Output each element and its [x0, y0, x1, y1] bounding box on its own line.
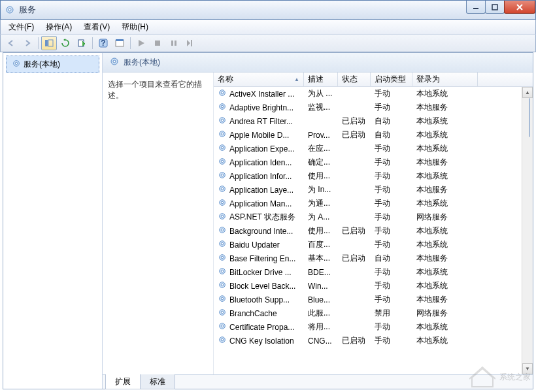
menu-file[interactable]: 文件(F)	[3, 20, 39, 34]
service-row[interactable]: Application Man...为通...手动本地系统	[214, 197, 522, 210]
sort-asc-icon: ▲	[294, 76, 299, 82]
gear-icon	[218, 212, 227, 223]
service-logon-cell: 本地服务	[412, 182, 478, 197]
column-header-name[interactable]: 名称▲	[214, 73, 304, 86]
tree-node-services-local[interactable]: 服务(本地)	[6, 56, 99, 73]
maximize-button[interactable]	[485, 1, 505, 14]
console-tree[interactable]: 服务(本地)	[3, 53, 103, 389]
service-row[interactable]: BranchCache此服...禁用网络服务	[214, 306, 522, 320]
column-header-startup[interactable]: 启动类型	[371, 73, 412, 86]
service-startup-cell: 手动	[371, 210, 412, 225]
tab-standard[interactable]: 标准	[140, 374, 175, 389]
minimize-button[interactable]	[466, 1, 486, 14]
title-bar: 服务	[0, 0, 536, 20]
svg-point-24	[221, 105, 224, 108]
service-row[interactable]: Base Filtering En...基本...已启动自动本地服务	[214, 252, 522, 265]
service-row[interactable]: Andrea RT Filter...已启动自动本地系统	[214, 114, 522, 128]
svg-point-48	[221, 270, 224, 272]
service-name: ASP.NET 状态服务	[229, 212, 295, 223]
service-name-cell: Application Expe...	[214, 141, 304, 156]
service-row[interactable]: Block Level Back...Win...手动本地系统	[214, 279, 522, 293]
service-row[interactable]: Application Expe...在应...手动本地系统	[214, 142, 522, 155]
close-button[interactable]	[504, 1, 535, 14]
scroll-down-button[interactable]: ▼	[522, 363, 533, 374]
svg-point-58	[221, 338, 224, 341]
menu-action[interactable]: 操作(A)	[41, 20, 77, 34]
service-row[interactable]: Application Iden...确定...手动本地服务	[214, 155, 522, 169]
menu-view[interactable]: 查看(V)	[78, 20, 115, 34]
description-prompt: 选择一个项目来查看它的描述。	[108, 79, 208, 101]
show-hide-tree-button[interactable]	[41, 36, 57, 50]
refresh-button[interactable]	[58, 36, 73, 50]
menu-help[interactable]: 帮助(H)	[116, 20, 154, 34]
service-logon-cell: 网络服务	[412, 306, 478, 321]
toolbar-separator	[130, 37, 131, 49]
service-row[interactable]: Certificate Propa...将用...手动本地系统	[214, 320, 522, 334]
service-desc-cell: 为从 ...	[304, 87, 338, 101]
gear-icon	[218, 157, 227, 168]
service-row[interactable]: Baidu Updater百度...手动本地系统	[214, 238, 522, 252]
service-logon-cell: 本地系统	[412, 237, 478, 252]
svg-point-56	[221, 325, 224, 327]
scroll-thumb[interactable]	[529, 98, 530, 137]
service-row[interactable]: BitLocker Drive ...BDE...手动本地系统	[214, 265, 522, 279]
svg-rect-15	[175, 41, 176, 46]
service-name: BitLocker Drive ...	[229, 268, 292, 277]
service-row[interactable]: Application Infor...使用...手动本地系统	[214, 169, 522, 183]
vertical-scrollbar[interactable]: ▲ ▼	[522, 87, 533, 374]
pause-service-button[interactable]	[166, 36, 182, 50]
service-name-cell: BranchCache	[214, 306, 304, 321]
column-header-description[interactable]: 描述	[304, 73, 338, 86]
forward-button[interactable]	[20, 36, 35, 50]
service-startup-cell: 自动	[371, 114, 412, 129]
svg-rect-6	[45, 40, 48, 46]
back-button[interactable]	[3, 36, 19, 50]
stop-service-button[interactable]	[150, 36, 165, 50]
service-name: Application Infor...	[229, 172, 292, 181]
service-row[interactable]: Application Laye...为 In...手动本地服务	[214, 183, 522, 197]
svg-rect-13	[155, 41, 160, 46]
service-row[interactable]: Adaptive Brightn...监视...手动本地服务	[214, 101, 522, 114]
service-row[interactable]: Bluetooth Supp...Blue...手动本地服务	[214, 293, 522, 306]
gear-icon	[218, 88, 227, 99]
scroll-up-button[interactable]: ▲	[522, 87, 533, 98]
window-title: 服务	[19, 4, 36, 16]
service-name-cell: Baidu Updater	[214, 237, 304, 252]
service-logon-cell: 本地服务	[412, 100, 478, 115]
service-name-cell: ActiveX Installer ...	[214, 87, 304, 101]
service-status-cell	[338, 270, 371, 274]
list-rows[interactable]: ActiveX Installer ...为从 ...手动本地系统Adaptiv…	[214, 87, 522, 374]
column-header-logon[interactable]: 登录为	[412, 73, 478, 86]
svg-point-22	[221, 91, 224, 94]
service-name: BranchCache	[229, 309, 277, 318]
service-desc-cell: 确定...	[304, 155, 338, 170]
start-service-button[interactable]	[133, 36, 149, 50]
properties-button[interactable]	[112, 36, 127, 50]
service-startup-cell: 自动	[371, 127, 412, 142]
service-name: Adaptive Brightn...	[229, 103, 293, 112]
service-status-cell	[338, 161, 371, 165]
service-desc-cell: 将用...	[304, 319, 338, 335]
column-header-status[interactable]: 状态	[338, 73, 371, 86]
export-list-button[interactable]	[74, 36, 90, 50]
service-logon-cell: 本地系统	[412, 333, 478, 348]
service-row[interactable]: Apple Mobile D...Prov...已启动自动本地系统	[214, 128, 522, 142]
help-button[interactable]: ?	[95, 36, 111, 50]
service-name-cell: Adaptive Brightn...	[214, 100, 304, 115]
service-row[interactable]: ActiveX Installer ...为从 ...手动本地系统	[214, 87, 522, 101]
toolbar: ?	[0, 34, 536, 52]
service-status-cell	[338, 216, 371, 220]
svg-point-26	[221, 119, 224, 122]
service-status-cell	[338, 284, 371, 288]
service-name-cell: Application Infor...	[214, 169, 304, 184]
service-desc-cell	[304, 120, 338, 123]
service-startup-cell: 手动	[371, 265, 412, 280]
service-desc-cell: 监视...	[304, 100, 338, 115]
service-row[interactable]: Background Inte...使用...已启动手动本地系统	[214, 224, 522, 238]
service-row[interactable]: CNG Key IsolationCNG...已启动手动本地系统	[214, 334, 522, 348]
svg-line-4	[517, 5, 522, 10]
tab-extended[interactable]: 扩展	[105, 374, 141, 389]
service-row[interactable]: ASP.NET 状态服务为 A...手动网络服务	[214, 210, 522, 224]
restart-service-button[interactable]	[182, 36, 198, 50]
service-name-cell: Bluetooth Supp...	[214, 292, 304, 307]
